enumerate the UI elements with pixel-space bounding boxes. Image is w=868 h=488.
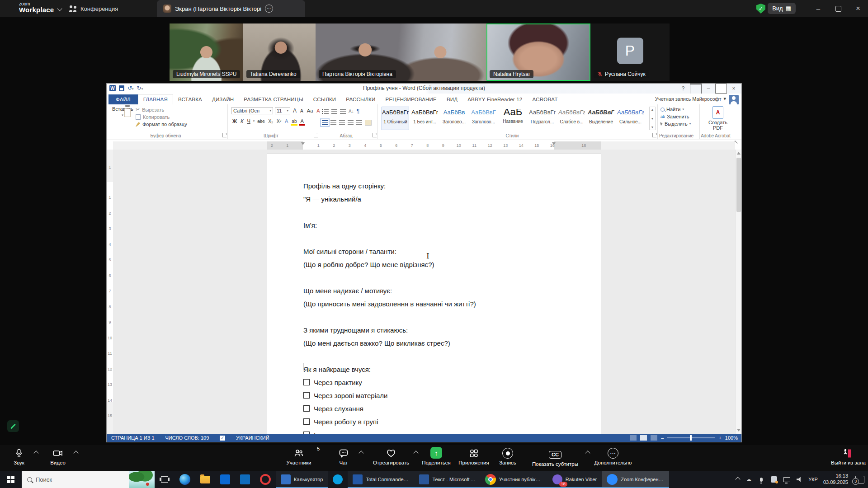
document-page[interactable]: Профіль на одну сторінку: "Я — унікальни… [267,154,601,434]
paragraph-marks-icon[interactable]: ¶ [357,108,359,114]
document-line[interactable]: (Що приносить мені задоволення в навчанн… [303,297,565,310]
paste-button[interactable]: Вставить ▾ [112,106,133,134]
document-line[interactable]: Інакше: ___________ [303,428,565,434]
document-line[interactable]: Що мене надихає / мотивує: [303,284,565,297]
change-case-button[interactable]: Аа [306,108,314,114]
style-item[interactable]: АаБбВв Заголово... [440,107,468,130]
audio-button[interactable]: Звук [6,447,32,465]
document-line[interactable]: Ім’я: [303,219,565,232]
web-layout-button[interactable] [651,435,657,441]
ribbon-tab[interactable]: ABBYY FineReader 12 [462,94,527,104]
start-button[interactable] [0,471,22,488]
bullet-list-icon[interactable] [322,109,329,114]
ribbon-tab[interactable]: ACROBAT [527,94,562,104]
ribbon-tab[interactable]: ДИЗАЙН [207,94,239,104]
create-pdf-button[interactable]: A Создать PDF [700,106,736,131]
chevron-down-icon[interactable]: ▾ [253,119,255,123]
document-area[interactable]: Профіль на одну сторінку: "Я — унікальни… [113,150,735,434]
copy-button[interactable]: Копировать [136,114,187,120]
record-button[interactable]: Запись [495,447,520,465]
react-options-icon[interactable] [413,450,418,455]
horizontal-ruler[interactable]: 21 12345678910111213141516 18 [113,141,735,150]
font-color-button[interactable]: А [299,118,304,124]
chevron-down-icon[interactable] [57,6,62,11]
tab-shared-screen[interactable]: Экран (Партола Вікторія Вікторі ⋯ [157,0,305,17]
annotate-button[interactable] [7,420,19,432]
tab-meeting[interactable]: Конференция [62,0,124,17]
volume-icon[interactable] [796,476,803,483]
taskbar-app[interactable]: Total Commander ... [348,471,414,488]
document-line[interactable]: Як я найкраще вчуся: [303,363,565,376]
zoom-slider[interactable] [667,437,715,438]
document-line[interactable]: "Я — унікальний/а [303,192,565,206]
multilevel-list-icon[interactable] [340,109,346,114]
apps-button[interactable]: Приложения [456,447,492,465]
taskbar-app[interactable]: Rakuten Viber 18 [547,471,602,488]
ribbon-tab[interactable]: ССЫЛКИ [308,94,341,104]
bold-button[interactable]: Ж [231,118,238,124]
align-right-button[interactable] [339,120,345,125]
dialog-launcher-icon[interactable] [373,133,377,137]
document-line[interactable]: Через слухання [303,402,565,415]
align-center-button[interactable] [330,120,336,125]
minimize-button[interactable]: – [808,0,828,17]
zoom-out-button[interactable]: – [661,435,664,441]
scroll-down-icon[interactable] [737,429,741,432]
grow-font-button[interactable]: А [292,107,297,114]
onedrive-icon[interactable]: ☁ [745,476,752,483]
restore-button[interactable] [828,0,848,17]
font-size-select[interactable]: 11▾ [275,107,290,114]
participant-video[interactable]: Tatiana Derevianko [243,23,316,81]
italic-button[interactable]: К [240,118,244,124]
style-item[interactable]: АаБбВвГг Слабое в... [558,107,585,130]
tray-mic-icon[interactable] [758,476,765,483]
video-button[interactable]: Видео [45,447,71,465]
account-menu[interactable]: Учетная запись Майкрософт ▾ [655,96,726,102]
style-item[interactable]: АаБбВвГ Заголово... [470,107,497,130]
sort-icon[interactable]: А↓ [349,109,354,114]
scroll-down-icon[interactable]: ▼ [651,117,654,120]
taskbar-app[interactable]: Текст - Microsoft ... [414,471,480,488]
ribbon-tab[interactable]: ВСТАВКА [173,94,207,104]
style-item[interactable]: АаБбВвГг Выделение [587,107,615,130]
style-item[interactable]: АаБбВвГгД 1 Без инт... [411,107,439,130]
ribbon-tab[interactable]: РАССЫЛКИ [341,94,380,104]
account-avatar[interactable] [729,95,739,105]
dialog-launcher-icon[interactable] [314,133,318,137]
taskbar-app[interactable] [328,471,348,488]
participants-button[interactable]: 5 Участники [283,447,315,465]
read-mode-button[interactable] [630,435,637,441]
tray-expand-icon[interactable] [736,477,741,482]
participant-video[interactable]: Liudmyla Mironets SSPU [170,23,243,81]
style-item[interactable]: АаБбВвГг Сильное... [617,107,644,130]
taskbar-app[interactable] [195,471,215,488]
scroll-up-icon[interactable]: ▲ [651,108,654,111]
scroll-up-icon[interactable] [737,152,741,155]
dialog-launcher-icon[interactable] [222,133,226,137]
page-indicator[interactable]: СТРАНИЦА 1 ИЗ 1 [111,435,155,441]
ribbon-tab[interactable]: ФАЙЛ [108,94,138,104]
document-line[interactable]: З якими труднощами я стикаюсь: [303,324,565,337]
subscript-button[interactable]: X₂ [267,118,274,124]
search-highlight-image[interactable] [129,471,155,488]
style-item[interactable]: АаБбВвГг Подзагол... [528,107,556,130]
network-icon[interactable] [783,476,790,483]
taskbar-app[interactable] [235,471,255,488]
vertical-scrollbar[interactable] [735,150,741,434]
input-language[interactable]: УКР [808,477,818,482]
react-button[interactable]: Отреагировать [370,447,412,465]
close-button[interactable]: × [848,0,868,17]
leave-button[interactable]: Выйти из зала [831,447,863,465]
zoom-level[interactable]: 100% [725,435,738,441]
styles-more-icon[interactable]: ▼ [651,126,654,129]
document-line[interactable]: Через роботу в групі [303,415,565,428]
format-painter-button[interactable]: Формат по образцу [136,122,187,127]
font-name-select[interactable]: Calibri (Осн▾ [231,107,273,114]
chat-options-icon[interactable] [359,450,363,455]
word-restore-button[interactable] [715,84,727,93]
scrollbar-thumb[interactable] [736,158,741,212]
taskbar-app[interactable] [255,471,276,488]
align-left-button[interactable] [322,120,328,125]
style-item[interactable]: АаБбВвГгД 1 Обычный [382,107,409,130]
taskbar-app[interactable] [215,471,235,488]
